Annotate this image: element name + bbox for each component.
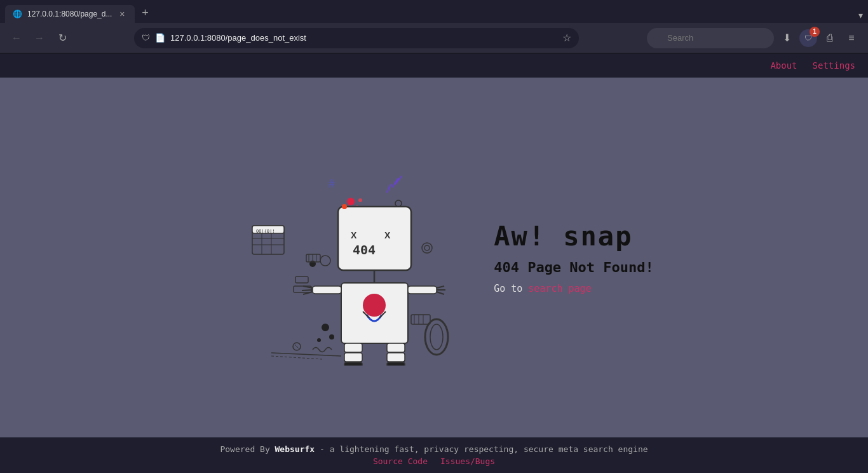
source-code-link[interactable]: Source Code bbox=[373, 456, 428, 466]
download-button[interactable]: ⬇ bbox=[778, 29, 796, 47]
issues-link[interactable]: Issues/Bugs bbox=[440, 456, 495, 466]
forward-button[interactable]: → bbox=[31, 29, 48, 47]
powered-by-text: Powered By bbox=[220, 444, 269, 454]
svg-point-53 bbox=[320, 256, 330, 266]
svg-text:0O|{0|!: 0O|{0|! bbox=[256, 229, 275, 234]
active-tab[interactable]: 🌐 127.0.0.1:8080/page_d... × bbox=[5, 5, 135, 23]
footer-tagline: Powered By Websurfx - a lightening fast,… bbox=[220, 444, 648, 454]
url-text-content: 127.0.0.1:8080/page_does_not_exist bbox=[170, 33, 306, 43]
search-input[interactable] bbox=[647, 28, 774, 48]
link-prefix: Go to bbox=[494, 283, 522, 294]
svg-point-45 bbox=[322, 324, 329, 331]
settings-link[interactable]: Settings bbox=[813, 60, 855, 71]
svg-point-16 bbox=[363, 294, 386, 317]
tab-title: 127.0.0.1:8080/page_d... bbox=[27, 10, 112, 18]
new-tab-button[interactable]: + bbox=[137, 5, 153, 20]
svg-line-44 bbox=[295, 345, 299, 348]
search-page-link[interactable]: search page bbox=[528, 283, 591, 294]
svg-point-1 bbox=[358, 198, 362, 202]
svg-line-26 bbox=[437, 292, 444, 294]
search-wrapper: 🔍 bbox=[647, 28, 774, 48]
svg-text:404: 404 bbox=[353, 242, 376, 257]
page-content: # 0O|{0|! bbox=[0, 78, 868, 437]
svg-rect-30 bbox=[387, 343, 405, 352]
error-title: Aw! snap bbox=[494, 221, 654, 252]
svg-point-33 bbox=[422, 243, 432, 253]
error-text: Aw! snap 404 Page Not Found! Go to searc… bbox=[494, 221, 654, 294]
shield-icon: 🛡 bbox=[142, 33, 150, 43]
app-nav: About Settings bbox=[0, 53, 868, 78]
tab-bar: 🌐 127.0.0.1:8080/page_d... × + ▾ bbox=[0, 0, 868, 23]
svg-text:#: # bbox=[329, 177, 335, 190]
svg-point-48 bbox=[347, 198, 355, 205]
url-display[interactable]: 127.0.0.1:8080/page_does_not_exist bbox=[170, 33, 557, 43]
footer: Powered By Websurfx - a lightening fast,… bbox=[0, 437, 868, 473]
svg-point-47 bbox=[317, 338, 321, 342]
url-bar[interactable]: 🛡 📄 127.0.0.1:8080/page_does_not_exist ☆ bbox=[134, 28, 579, 48]
browser-actions: 🔍 ⬇ 🛡 1 ⎙ ≡ bbox=[647, 28, 860, 48]
robot-illustration: # 0O|{0|! bbox=[214, 149, 456, 366]
svg-rect-10 bbox=[338, 207, 411, 270]
about-link[interactable]: About bbox=[770, 60, 797, 71]
svg-rect-32 bbox=[387, 362, 405, 366]
svg-point-40 bbox=[430, 324, 443, 350]
tab-favicon: 🌐 bbox=[13, 10, 22, 18]
svg-text:X: X bbox=[384, 230, 391, 240]
svg-rect-41 bbox=[295, 277, 308, 283]
svg-point-46 bbox=[329, 334, 334, 339]
svg-point-49 bbox=[342, 204, 347, 209]
svg-point-52 bbox=[395, 200, 402, 207]
tab-close-button[interactable]: × bbox=[117, 9, 127, 19]
footer-tagline-text: - a lightening fast, privacy respecting,… bbox=[320, 444, 648, 454]
back-button[interactable]: ← bbox=[8, 29, 25, 47]
reload-button[interactable]: ↻ bbox=[53, 29, 71, 47]
error-subtitle: 404 Page Not Found! bbox=[494, 259, 654, 275]
ublock-badge: 1 bbox=[810, 27, 820, 37]
svg-rect-28 bbox=[344, 353, 362, 362]
svg-point-34 bbox=[424, 245, 430, 250]
svg-rect-20 bbox=[408, 286, 437, 294]
svg-rect-31 bbox=[387, 353, 405, 362]
brand-name: Websurfx bbox=[275, 444, 315, 454]
tab-dropdown-button[interactable]: ▾ bbox=[858, 10, 863, 20]
error-link: Go to search page bbox=[494, 283, 654, 294]
footer-links: Source Code Issues/Bugs bbox=[373, 456, 495, 466]
svg-rect-27 bbox=[344, 343, 362, 352]
menu-button[interactable]: ≡ bbox=[843, 29, 860, 47]
svg-line-50 bbox=[271, 353, 341, 356]
svg-rect-29 bbox=[344, 362, 362, 366]
page-info-icon: 📄 bbox=[155, 33, 165, 43]
address-bar: ← → ↻ 🛡 📄 127.0.0.1:8080/page_does_not_e… bbox=[0, 23, 868, 53]
bookmark-icon[interactable]: ☆ bbox=[562, 32, 571, 44]
ublock-button[interactable]: 🛡 1 bbox=[799, 29, 817, 47]
svg-line-51 bbox=[271, 356, 322, 359]
share-button[interactable]: ⎙ bbox=[821, 29, 839, 47]
svg-line-24 bbox=[437, 286, 444, 288]
svg-text:X: X bbox=[351, 230, 357, 240]
svg-rect-19 bbox=[313, 286, 341, 294]
error-container: # 0O|{0|! bbox=[148, 149, 720, 366]
